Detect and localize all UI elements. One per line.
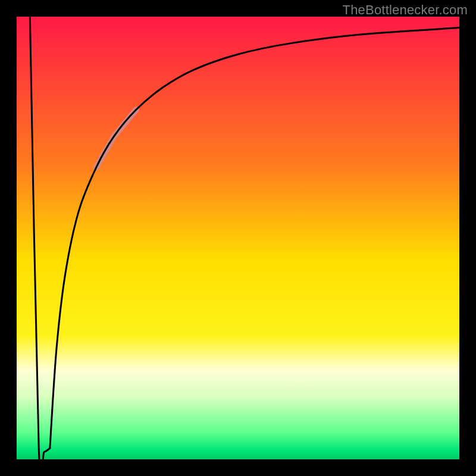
bottleneck-chart — [0, 0, 476, 476]
chart-container: TheBottlenecker.com — [0, 0, 476, 476]
plot-area — [17, 17, 459, 459]
attribution-label: TheBottlenecker.com — [343, 2, 468, 18]
